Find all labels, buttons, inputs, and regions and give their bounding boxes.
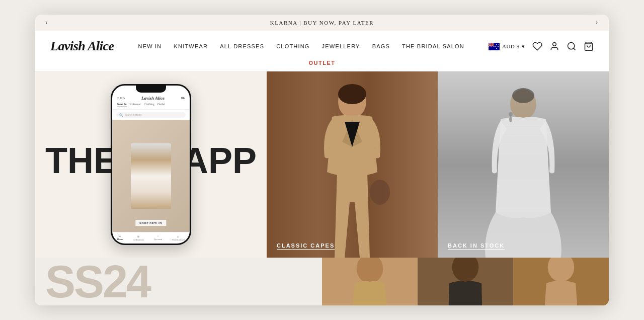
svg-point-31 (509, 116, 512, 122)
announcement-bar: ‹ KLARNA | BUY NOW, PAY LATER › (35, 15, 609, 31)
user-icon (549, 41, 559, 51)
svg-point-13 (495, 46, 496, 47)
phone-bag-icon: 🛍 (181, 96, 185, 100)
phone-tab-knitwear: Knitwear (130, 103, 141, 107)
svg-point-29 (512, 88, 534, 103)
announcement-next-arrow[interactable]: › (596, 19, 599, 27)
capes-bg-image (267, 71, 438, 258)
phone-search: 🔍 Search Fentons (116, 112, 186, 118)
svg-point-24 (370, 180, 390, 205)
app-text-the: THE (45, 140, 118, 181)
currency-selector[interactable]: AUD $ ▾ (489, 43, 525, 50)
header: Lavish Alice NEW IN KNITWEAR ALL DRESSES… (35, 31, 609, 71)
stock-label[interactable]: BACK IN STOCK (448, 243, 505, 249)
nav-item-all-dresses[interactable]: ALL DRESSES (220, 43, 264, 49)
thumb-1-image (322, 258, 418, 305)
bottom-right-panel (322, 258, 609, 305)
phone-search-placeholder: Search Fentons (125, 113, 142, 116)
bottom-left-panel: SS24 (35, 258, 322, 305)
nav-item-bridal-salon[interactable]: THE BRIDAL SALON (402, 43, 464, 49)
search-icon (567, 41, 577, 51)
wishlist-button[interactable] (532, 41, 542, 51)
phone-nav-tabs: New In Knitwear Clothing Outlet (112, 101, 190, 110)
phone-model-figure (131, 143, 171, 209)
nav-item-bags[interactable]: BAGS (372, 43, 390, 49)
nav-item-clothing[interactable]: CLOTHING (276, 43, 309, 49)
announcement-prev-arrow[interactable]: ‹ (45, 19, 48, 27)
phone-tab-new-in: New In (117, 103, 127, 107)
capes-panel[interactable]: CLASSIC CAPES (267, 71, 438, 258)
browser-frame: ‹ KLARNA | BUY NOW, PAY LATER › Lavish A… (35, 15, 609, 305)
logo[interactable]: Lavish Alice (50, 39, 114, 54)
stock-model-svg (438, 71, 609, 258)
account-button[interactable] (549, 41, 559, 51)
phone-nav-collections: ⊞Collections (133, 235, 144, 241)
phone-tab-outlet: Outlet (157, 103, 165, 107)
header-icons: AUD $ ▾ (489, 41, 594, 51)
bag-button[interactable] (584, 41, 594, 51)
phone-shop-button[interactable]: SHOP NEW IN (135, 220, 166, 226)
svg-point-15 (553, 43, 556, 46)
au-flag-icon (489, 43, 500, 50)
thumb-2-image (418, 258, 513, 305)
phone-header: £ GB Lavish Alice 🛍 (112, 93, 190, 101)
capes-model-svg (267, 71, 438, 258)
app-panel: THE APP £ GB Lavish Alice 🛍 New In Knitw… (35, 71, 267, 258)
phone-logo: Lavish Alice (141, 96, 165, 101)
svg-point-10 (496, 44, 497, 45)
stock-bg-image (438, 71, 609, 258)
svg-point-30 (509, 112, 513, 116)
header-top: Lavish Alice NEW IN KNITWEAR ALL DRESSES… (50, 31, 594, 58)
main-nav: NEW IN KNITWEAR ALL DRESSES CLOTHING JEW… (138, 43, 464, 49)
thumbnail-1[interactable] (322, 258, 418, 305)
outlet-link[interactable]: OUTLET (309, 60, 336, 66)
outlet-bar: OUTLET (50, 58, 594, 71)
nav-item-new-in[interactable]: NEW IN (138, 43, 162, 49)
search-button[interactable] (567, 41, 577, 51)
app-text-app: APP (182, 140, 257, 181)
svg-line-17 (574, 48, 576, 50)
nav-item-knitwear[interactable]: KNITWEAR (174, 43, 208, 49)
currency-label: AUD $ (502, 43, 520, 49)
thumb-3-image (513, 258, 609, 305)
year-text: SS24 (45, 259, 150, 304)
capes-label[interactable]: CLASSIC CAPES (277, 243, 335, 249)
announcement-text: KLARNA | BUY NOW, PAY LATER (270, 20, 374, 26)
phone-mockup: £ GB Lavish Alice 🛍 New In Knitwear Clot… (111, 84, 191, 245)
phone-notch (136, 86, 166, 93)
bottom-section: SS24 (35, 258, 609, 305)
phone-nav-notifications: ◻Notifications (172, 235, 185, 241)
hero-grid: THE APP £ GB Lavish Alice 🛍 New In Knitw… (35, 71, 609, 258)
phone-nav-home: ⌂Home (117, 235, 123, 241)
svg-point-12 (496, 48, 497, 49)
svg-point-16 (568, 43, 574, 49)
thumbnail-2[interactable] (418, 258, 513, 305)
stock-panel[interactable]: BACK IN STOCK (438, 71, 609, 258)
nav-item-jewellery[interactable]: JEWELLERY (322, 43, 360, 49)
shopping-bag-icon (584, 41, 594, 51)
svg-point-14 (498, 44, 499, 44)
phone-tab-clothing: Clothing (144, 103, 154, 107)
thumbnail-3[interactable] (513, 258, 609, 305)
phone-currency: £ GB (117, 96, 125, 100)
svg-point-23 (338, 84, 366, 104)
phone-bottom-nav: ⌂Home ⊞Collections ○Account ◻Notificatio… (112, 232, 190, 244)
svg-point-11 (498, 46, 499, 47)
phone-image-area: SHOP NEW IN (112, 120, 190, 232)
heart-icon (532, 41, 542, 51)
phone-nav-account: ○Account (153, 235, 162, 241)
currency-chevron-icon: ▾ (522, 43, 525, 50)
